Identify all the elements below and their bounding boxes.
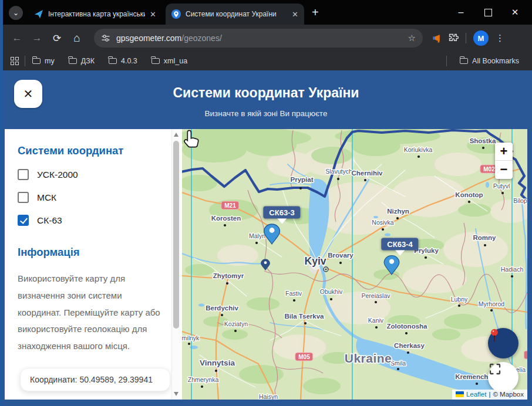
map-canvas[interactable]: PrypiatSlavutychChernihivKoriukivkaShost… — [182, 129, 527, 400]
browser-menu-icon[interactable]: ⋮ — [496, 33, 504, 43]
scrollbar-down-arrow[interactable] — [174, 392, 179, 396]
zoom-in-button[interactable]: + — [495, 143, 513, 160]
tab-close-icon[interactable]: ✕ — [292, 10, 298, 19]
window-minimize-button[interactable]: – — [451, 5, 471, 20]
profile-avatar[interactable]: M — [473, 31, 489, 46]
city-label: Pereiaslav — [361, 292, 390, 299]
zone-tooltip[interactable]: СК63-3 — [263, 207, 300, 219]
map-pin-favicon-icon — [171, 9, 181, 19]
city-label: Nosivka — [372, 219, 394, 226]
city-label: Brovary — [328, 252, 353, 259]
bookmark-folder[interactable]: my — [32, 57, 55, 65]
city-dot — [339, 262, 342, 264]
window-edge-accent — [0, 0, 3, 406]
city-label: Vinnytsia — [200, 358, 235, 367]
city-label: Romny — [473, 234, 497, 241]
city-label: Putyvl — [493, 182, 510, 190]
road-badge: M05 — [295, 353, 313, 361]
geolocate-button[interactable] — [488, 328, 518, 358]
city-dot — [255, 242, 258, 244]
forward-icon[interactable]: → — [27, 28, 47, 48]
bookmark-label: 4.0.3 — [121, 57, 137, 65]
city-label: Konotop — [455, 191, 483, 198]
city-label: Lubny — [451, 296, 468, 303]
coordinates-card: Координати: 50.49589, 29.39941 — [20, 368, 170, 391]
bookmark-star-icon[interactable]: ☆ — [408, 33, 416, 43]
bookmark-folder[interactable]: xml_ua — [151, 57, 187, 65]
city-dot — [375, 326, 378, 329]
megaphone-extension-icon[interactable] — [432, 33, 442, 43]
checkbox-sk63[interactable] — [18, 215, 29, 226]
home-icon[interactable]: ⌂ — [67, 28, 87, 48]
apps-grid-icon[interactable] — [11, 57, 19, 65]
city-label: Fastiv — [285, 290, 302, 297]
city-dot — [293, 299, 295, 302]
systems-heading: Системи координат — [18, 144, 161, 157]
checkbox-msk[interactable] — [18, 192, 29, 203]
city-dot — [405, 332, 408, 334]
city-label: Slavutych — [325, 168, 352, 175]
scrollbar-thumb[interactable] — [173, 141, 179, 329]
bookmarks-separator — [25, 56, 25, 66]
browser-tab-active[interactable]: Системи координат України ✕ — [166, 4, 304, 25]
checkbox-row-usk2000[interactable]: УСК-2000 — [18, 169, 161, 180]
coordinates-value: Координати: 50.49589, 29.39941 — [30, 375, 153, 384]
attribution-separator: | — [489, 391, 490, 398]
city-dot — [299, 187, 302, 190]
city-dot — [396, 217, 399, 219]
scrollbar-up-arrow[interactable] — [174, 133, 179, 137]
address-bar[interactable]: gpsgeometer.com/geozones/ ☆ — [94, 29, 423, 48]
road-badge: M21 — [221, 201, 239, 210]
city-dot — [468, 201, 470, 203]
city-label: Shostka — [470, 137, 496, 144]
city-dot — [226, 282, 228, 285]
reload-icon[interactable]: ⟳ — [47, 28, 67, 48]
zoom-out-button[interactable]: − — [495, 161, 513, 178]
city-label: Myrhorod — [479, 300, 505, 307]
city-label: Haisyn — [259, 393, 278, 400]
window-maximize-button[interactable] — [478, 5, 498, 20]
leaflet-link[interactable]: Leaflet — [466, 391, 487, 398]
all-bookmarks-button[interactable]: All Bookmarks — [460, 57, 519, 65]
city-dot — [304, 322, 307, 324]
checkbox-usk2000[interactable] — [18, 169, 29, 180]
bookmark-folder[interactable]: ДЗК — [69, 57, 95, 65]
city-dot — [476, 383, 478, 385]
city-label: Nizhyn — [387, 208, 409, 215]
map-marker-pin[interactable] — [261, 259, 270, 270]
checkbox-label: МСК — [37, 192, 56, 203]
ukraine-flag-icon — [456, 391, 464, 397]
city-dot — [224, 224, 226, 226]
new-tab-button[interactable]: + — [312, 5, 319, 19]
city-dot — [484, 244, 486, 246]
tab-close-icon[interactable]: ✕ — [150, 10, 156, 19]
back-icon[interactable]: ← — [7, 28, 27, 48]
folder-icon — [109, 58, 117, 64]
browser-tab-inactive[interactable]: Інтерактивна карта українськи ✕ — [28, 4, 162, 25]
fullscreen-button[interactable] — [488, 362, 518, 393]
zone-tooltip[interactable]: СК63-4 — [381, 238, 418, 251]
checkbox-row-sk63[interactable]: СК-63 — [18, 215, 161, 226]
city-dot — [330, 298, 332, 300]
city-label: Zhmerynka — [188, 376, 219, 383]
city-label: Berdychiv — [206, 304, 238, 312]
city-dot — [417, 155, 420, 158]
folder-icon — [32, 58, 41, 64]
tab-search-button[interactable]: ⌄ — [9, 6, 23, 20]
region-label: Ukraine — [345, 351, 392, 365]
url-text[interactable]: gpsgeometer.com/geozones/ — [116, 33, 222, 43]
maximize-icon — [484, 9, 492, 16]
site-settings-icon[interactable] — [101, 33, 110, 43]
window-close-button[interactable]: ✕ — [505, 5, 525, 20]
city-dot — [511, 275, 513, 278]
bookmark-folder[interactable]: 4.0.3 — [109, 57, 137, 65]
extensions-puzzle-icon[interactable] — [449, 33, 459, 43]
map-attribution: Leaflet | © Mapbox — [452, 390, 527, 400]
checkbox-label: СК-63 — [37, 215, 62, 226]
city-label: Kaniv — [368, 317, 384, 324]
city-label: Malyn — [249, 232, 265, 239]
folder-icon — [151, 58, 160, 64]
road-badge: M — [524, 351, 527, 360]
zoom-control: + − — [495, 143, 513, 179]
checkbox-row-msk[interactable]: МСК — [18, 192, 161, 203]
